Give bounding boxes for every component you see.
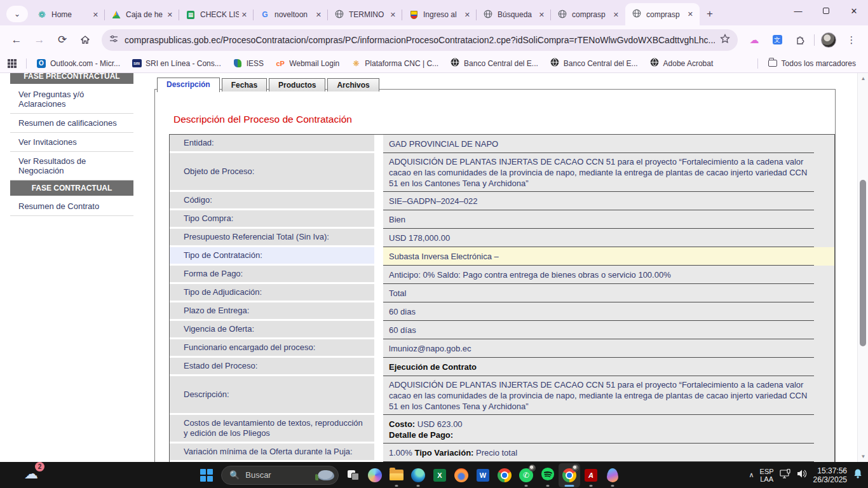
browser-tab-caja-de-he[interactable]: Caja de he✕	[105, 4, 179, 25]
taskbar-clock[interactable]: 15:37:5626/3/2025	[813, 466, 847, 484]
sidebar-item-resumen-de-calificaciones[interactable]: Resumen de calificaciones	[10, 114, 133, 133]
all-bookmarks-button[interactable]: Todos los marcadores	[768, 58, 856, 69]
taskbar-acrobat-button[interactable]: A	[580, 463, 602, 487]
google-translate-icon[interactable]: 文	[768, 30, 787, 50]
browser-tab-termino[interactable]: TERMINO✕	[328, 4, 402, 25]
browser-menu-icon[interactable]: ⋮	[842, 30, 861, 50]
sidebar-item-ver-invitaciones[interactable]: Ver Invitaciones	[10, 133, 133, 152]
tab-close-icon[interactable]: ✕	[239, 10, 250, 20]
notification-bell-icon[interactable]	[853, 468, 863, 482]
bookmark-item[interactable]: SRISRI en Línea - Cons...	[132, 58, 221, 69]
browser-tab-b-squeda[interactable]: Búsqueda✕	[477, 4, 551, 25]
manatee-image	[318, 470, 334, 480]
google-sheets-icon: ▦	[187, 11, 194, 19]
row-value: ADQUISICIÓN DE PLANTAS INJERTAS DE CACAO…	[383, 376, 834, 415]
sidebar-item-resumen-de-contrato[interactable]: Resumen de Contrato	[10, 197, 133, 216]
browser-tab-check-lis[interactable]: ▦CHECK LIS✕	[179, 4, 254, 25]
taskbar-task-view-button[interactable]	[342, 463, 364, 487]
tab-close-icon[interactable]: ✕	[90, 10, 101, 20]
tab-close-icon[interactable]: ✕	[165, 10, 175, 20]
row-value: lmunioz@napo.gob.ec	[383, 339, 834, 358]
home-icon[interactable]	[75, 30, 95, 50]
value-text: Total	[389, 288, 406, 298]
language-indicator[interactable]: ESPLAA	[760, 468, 774, 483]
taskbar-copilot-button[interactable]	[364, 463, 386, 487]
taskbar-chrome-button[interactable]	[494, 463, 515, 487]
tab-close-icon[interactable]: ✕	[611, 10, 621, 20]
taskbar-paint-gradient-button[interactable]	[602, 463, 623, 487]
window-controls: — ✕	[784, 0, 868, 22]
search-icon: 🔍	[229, 470, 240, 480]
browser-tab-noveltoon[interactable]: Gnoveltoon✕	[254, 4, 328, 25]
contact-avatar	[529, 464, 536, 471]
address-bar[interactable]: compraspublicas.gob.ec/ProcesoContrataci…	[102, 29, 738, 51]
system-tray: ∧ ESPLAA 15:37:5626/3/2025	[749, 462, 863, 488]
taskbar-chrome-active-button[interactable]	[559, 463, 580, 487]
new-tab-button[interactable]: +	[701, 5, 719, 23]
word-icon: W	[477, 469, 489, 482]
bookmark-item[interactable]: cPWebmail Login	[275, 58, 339, 69]
profile-avatar[interactable]	[819, 30, 838, 50]
reload-icon[interactable]: ⟳	[52, 30, 72, 50]
minimize-icon[interactable]: —	[784, 0, 812, 22]
bookmark-item[interactable]: ❋Plataforma CNC | C...	[351, 58, 438, 69]
tab-archivos[interactable]: Archivos	[327, 78, 379, 92]
url-text[interactable]: compraspublicas.gob.ec/ProcesoContrataci…	[125, 35, 715, 45]
tab-close-icon[interactable]: ✕	[313, 10, 324, 20]
bookmark-item[interactable]: Adobe Acrobat	[649, 58, 714, 69]
browser-tab-ingreso-al[interactable]: Ingreso al✕	[402, 4, 477, 25]
bookmark-item[interactable]: OOutlook.com - Micr...	[36, 58, 120, 69]
bookmark-item[interactable]: Banco Central del E...	[450, 58, 538, 69]
bookmark-star-icon[interactable]	[720, 34, 730, 46]
tab-close-icon[interactable]: ✕	[462, 10, 473, 20]
weather-cloud-widget[interactable]: ☁ 2	[24, 464, 38, 484]
browser-tab-comprasp[interactable]: comprasp✕	[551, 4, 625, 25]
sidebar-item-ver-resultados-de-negociaci-n[interactable]: Ver Resultados de Negociación	[10, 152, 133, 180]
taskbar-firefox-button[interactable]	[451, 463, 472, 487]
scrollbar-thumb[interactable]	[860, 180, 866, 346]
globe-icon	[558, 10, 567, 20]
process-detail-table: Entidad:GAD PROVINCIAL DE NAPOObjeto de …	[169, 134, 835, 462]
taskbar-edge-button[interactable]	[407, 463, 429, 487]
bookmark-item[interactable]: Banco Central del E...	[550, 58, 638, 69]
cast-display-icon[interactable]	[780, 469, 791, 482]
apps-grid-icon[interactable]	[8, 59, 17, 68]
browser-tab-home[interactable]: ❁Home✕	[31, 4, 105, 25]
extensions-puzzle-icon[interactable]	[790, 30, 810, 50]
site-settings-icon[interactable]	[109, 34, 118, 46]
task-view-icon	[348, 470, 359, 480]
tab-search-button[interactable]: ⌄	[6, 6, 28, 22]
taskbar-spotify-button[interactable]	[537, 463, 559, 487]
table-row: Tipo Compra:Bien	[170, 210, 834, 229]
scroll-down-icon[interactable]: ▼	[860, 454, 867, 459]
tab-close-icon[interactable]: ✕	[536, 10, 547, 20]
sercop-flower-icon: ❁	[38, 10, 46, 20]
taskbar-file-explorer-button[interactable]	[386, 463, 407, 487]
taskbar-start-button[interactable]	[196, 463, 217, 487]
volume-icon[interactable]	[797, 469, 808, 481]
sidebar-item-ver-preguntas-y-aclaraciones[interactable]: Ver Preguntas y/ó Aclaraciones	[10, 85, 133, 114]
taskbar-search-box[interactable]: 🔍Buscar	[221, 466, 339, 485]
scroll-up-icon[interactable]: ▲	[860, 76, 867, 81]
tab-close-icon[interactable]: ✕	[685, 10, 696, 19]
pink-cloud-extension-icon[interactable]: ☁	[745, 30, 764, 50]
tab-productos[interactable]: Productos	[269, 78, 325, 92]
tab-close-icon[interactable]: ✕	[388, 10, 398, 20]
taskbar-excel-button[interactable]: X	[429, 463, 451, 487]
back-icon[interactable]: ←	[6, 30, 27, 50]
tray-chevron-icon[interactable]: ∧	[749, 471, 754, 479]
taskbar-word-button[interactable]: W	[472, 463, 494, 487]
forward-icon[interactable]: →	[29, 30, 50, 50]
copilot-icon	[368, 468, 382, 482]
cpanel-icon: cP	[276, 60, 284, 67]
outlook-icon: O	[37, 59, 46, 68]
browser-tab-comprasp[interactable]: comprasp✕	[625, 3, 700, 25]
bookmark-item[interactable]: IESS	[233, 58, 264, 69]
taskbar-whatsapp-button[interactable]: ✆	[515, 463, 537, 487]
maximize-icon[interactable]	[812, 0, 840, 22]
tab-fechas[interactable]: Fechas	[222, 78, 267, 92]
tab-descripción[interactable]: Descripción	[157, 78, 220, 92]
close-icon[interactable]: ✕	[840, 0, 868, 22]
row-value: GAD PROVINCIAL DE NAPO	[383, 135, 834, 153]
page-scrollbar[interactable]: ▲ ▼	[857, 73, 868, 462]
